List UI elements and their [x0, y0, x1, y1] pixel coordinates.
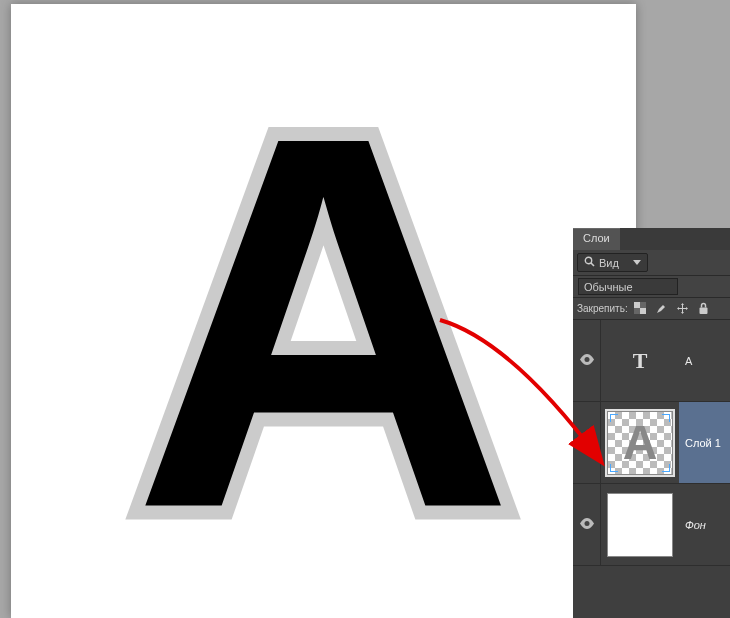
layer-row[interactable]: T A — [573, 320, 730, 402]
selection-corner-icon — [662, 464, 670, 472]
svg-point-8 — [584, 439, 589, 444]
blend-mode-row: Обычные — [573, 276, 730, 298]
eye-icon — [579, 517, 595, 532]
layer-row[interactable]: Фон — [573, 484, 730, 566]
filter-type-dropdown[interactable]: Вид — [577, 253, 648, 272]
canvas-document[interactable]: A — [11, 4, 636, 618]
selection-corner-icon — [610, 414, 618, 422]
svg-rect-2 — [634, 302, 640, 308]
blend-mode-label: Обычные — [584, 281, 633, 293]
selection-corner-icon — [610, 464, 618, 472]
layer-thumbnail[interactable]: A — [607, 411, 673, 475]
layer-name[interactable]: Слой 1 — [679, 402, 730, 483]
lock-label: Закрепить: — [577, 303, 628, 314]
lock-row: Закрепить: — [573, 298, 730, 320]
layers-list: T A A Слой 1 — [573, 320, 730, 618]
visibility-toggle[interactable] — [573, 402, 601, 483]
svg-rect-6 — [700, 308, 708, 315]
layer-row[interactable]: A Слой 1 — [573, 402, 730, 484]
svg-rect-3 — [640, 308, 646, 314]
lock-brush-icon[interactable] — [654, 301, 670, 317]
tab-layers[interactable]: Слои — [573, 228, 620, 250]
chevron-down-icon — [633, 260, 641, 265]
svg-point-7 — [584, 357, 589, 362]
selection-corner-icon — [662, 414, 670, 422]
search-icon — [584, 256, 595, 269]
eye-icon — [579, 435, 595, 450]
lock-all-icon[interactable] — [696, 301, 712, 317]
layer-name[interactable]: A — [679, 320, 730, 401]
visibility-toggle[interactable] — [573, 484, 601, 565]
svg-point-0 — [585, 257, 591, 263]
svg-rect-4 — [640, 302, 646, 308]
visibility-toggle[interactable] — [573, 320, 601, 401]
layer-name[interactable]: Фон — [679, 484, 730, 565]
layer-thumbnail[interactable] — [607, 493, 673, 557]
svg-rect-5 — [634, 308, 640, 314]
lock-transparency-icon[interactable] — [633, 301, 649, 317]
type-layer-icon: T — [628, 349, 652, 373]
layers-panel: Слои Вид Обычные Закрепить: — [573, 228, 730, 618]
canvas-letter: A — [132, 57, 515, 587]
layer-filter-row: Вид — [573, 250, 730, 276]
thumbnail-content: A — [623, 415, 658, 470]
svg-line-1 — [591, 263, 594, 266]
panel-tab-bar: Слои — [573, 228, 730, 250]
eye-icon — [579, 353, 595, 368]
lock-move-icon[interactable] — [675, 301, 691, 317]
blend-mode-dropdown[interactable]: Обычные — [578, 278, 678, 295]
filter-label: Вид — [599, 257, 619, 269]
svg-point-9 — [584, 521, 589, 526]
